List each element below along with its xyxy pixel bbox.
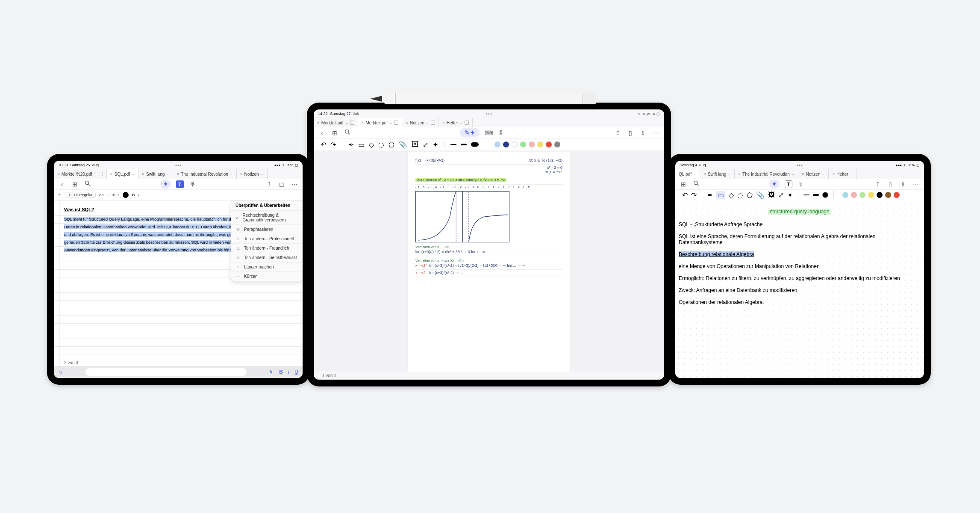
font-picker[interactable]: .SFUI-Regular (65, 192, 96, 198)
color-yellow[interactable] (537, 142, 543, 147)
menu-item-lengthen[interactable]: ≡Länger machen (231, 262, 303, 271)
stroke-fill[interactable] (471, 142, 479, 147)
redo-icon[interactable]: ↷ (330, 141, 336, 149)
undo-icon[interactable]: ↶ (58, 193, 62, 197)
color-white[interactable] (512, 142, 518, 147)
tab-swift[interactable]: ×Swift lang⌄ (138, 169, 173, 179)
italic-button[interactable]: I (138, 193, 140, 197)
close-icon[interactable]: × (362, 121, 364, 125)
close-icon[interactable]: × (57, 172, 60, 177)
color-yellow[interactable] (868, 192, 874, 198)
image-icon[interactable]: 🖼 (412, 141, 418, 148)
bold-button[interactable]: B (279, 369, 283, 375)
document[interactable]: structured query language SQL - „Struktu… (675, 200, 924, 378)
link-icon[interactable]: ⤢ (423, 141, 428, 149)
color-black[interactable] (877, 192, 883, 198)
ruler-icon[interactable]: ✦ (433, 141, 438, 149)
lasso-icon[interactable]: ◌ (378, 141, 384, 149)
color-brown[interactable] (885, 192, 891, 198)
tab-notizen[interactable]: ×Notizen⌄ (237, 169, 268, 179)
undo-icon[interactable]: ↶ (682, 191, 688, 199)
tab-swift[interactable]: ×Swift lang⌄ (700, 169, 735, 179)
color-green[interactable] (520, 142, 526, 147)
keyboard-icon[interactable]: ⌨ (485, 130, 492, 136)
color-pink[interactable] (529, 142, 535, 147)
mic-icon[interactable]: 🎙 (269, 369, 274, 375)
close-icon[interactable]: × (406, 121, 408, 125)
font-size-stepper[interactable]: −16+ (107, 193, 120, 197)
undo-icon[interactable]: ↶ (321, 141, 326, 149)
export-icon[interactable]: ⤴ (614, 130, 621, 136)
share-icon[interactable]: ⇪ (899, 181, 907, 188)
menu-item-shorten[interactable]: —Kürzen (231, 271, 303, 281)
close-icon[interactable]: × (703, 172, 706, 177)
pen-tool-icon[interactable]: ✒ (348, 141, 354, 149)
stroke-thick[interactable] (813, 194, 819, 196)
grid-icon[interactable]: ⊞ (71, 181, 79, 188)
text-style-button[interactable]: Aa (99, 193, 104, 197)
document[interactable]: f(x) = (x+3)/(x²-2) D: x ∈ ℝ \ {√2, -√2}… (314, 150, 664, 371)
tab-merkteil20[interactable]: ×Merkteil%20.pdf⌄ (54, 169, 107, 179)
close-icon[interactable]: × (832, 172, 835, 177)
share-icon[interactable]: ⤴ (265, 181, 273, 188)
color-red[interactable] (546, 142, 552, 147)
color-cyan[interactable] (842, 192, 848, 198)
tab-sql[interactable]: ×SQL.pdf⌄ (107, 169, 139, 179)
redo-icon[interactable]: ↷ (691, 191, 697, 199)
more-icon[interactable]: ⋯ (912, 181, 920, 188)
color-lightblue[interactable] (494, 142, 500, 147)
back-icon[interactable]: ‹ (58, 181, 66, 188)
export-icon[interactable]: ⤴ (874, 181, 881, 188)
mic-icon[interactable]: 🎙 (189, 181, 197, 188)
mic-icon[interactable]: 🎙 (798, 181, 805, 188)
menu-item-tone-confident[interactable]: ☺Ton ändern - Selbstbewusst (231, 253, 303, 262)
eraser-icon[interactable]: ◇ (729, 191, 734, 199)
eraser-icon[interactable]: ◇ (369, 141, 374, 149)
color-red[interactable] (894, 192, 900, 198)
search-icon[interactable] (344, 129, 351, 137)
bookmark-icon[interactable]: ◻ (278, 181, 285, 188)
tab-merkteil[interactable]: ×Merkteil.pdf⌄ (314, 118, 358, 127)
lasso-icon[interactable]: ◌ (737, 191, 743, 199)
stroke-thin[interactable] (450, 144, 456, 145)
shape-icon[interactable]: ⬠ (388, 141, 394, 149)
share-icon[interactable]: ⇪ (639, 130, 647, 136)
ai-draw-icon[interactable]: ✎✦ (460, 128, 480, 137)
color-green[interactable] (859, 192, 865, 198)
color-grey[interactable] (554, 142, 560, 147)
stroke-thick[interactable] (461, 144, 467, 145)
link-icon[interactable]: ⤢ (778, 191, 784, 199)
color-swatch[interactable] (123, 192, 129, 198)
tab-hefter[interactable]: ×Hefter⌄ (829, 169, 856, 179)
more-icon[interactable]: ⋯ (291, 181, 298, 188)
close-icon[interactable]: × (177, 172, 179, 177)
tab-ql[interactable]: QL.pdf⌄ (675, 169, 700, 179)
tab-industrial[interactable]: ×The Industrial Revolution⌄ (173, 169, 236, 179)
mic-icon[interactable]: 🎙 (497, 130, 505, 136)
pen-tool-icon[interactable]: ✒ (707, 191, 713, 199)
stroke-round[interactable] (822, 192, 828, 198)
shape-icon[interactable]: ⬠ (747, 191, 753, 199)
tab-industrial[interactable]: ×The Industrial Revolution⌄ (735, 169, 798, 179)
tab-merkteil-active[interactable]: ×Merkteil.pdf⌄ (358, 118, 403, 127)
search-icon[interactable] (692, 180, 700, 188)
text-mode-button[interactable]: T (785, 180, 792, 188)
grid-icon[interactable]: ⊞ (331, 130, 338, 136)
bookmark-icon[interactable]: ▯ (627, 130, 634, 136)
menu-item-paraphrase[interactable]: ⟳Paraphrasieren (231, 224, 303, 234)
highlighter-icon[interactable]: ▭ (358, 141, 365, 149)
grid-icon[interactable]: ⊞ (680, 181, 687, 188)
close-icon[interactable]: × (110, 172, 113, 177)
back-icon[interactable]: ‹ (318, 130, 326, 136)
close-icon[interactable]: × (802, 172, 804, 177)
bold-button[interactable]: B (132, 193, 135, 197)
tab-hefter[interactable]: ×Hefter⌄ (439, 118, 473, 127)
close-icon[interactable]: × (142, 172, 144, 177)
emoji-icon[interactable]: ☺ (58, 369, 63, 375)
underline-button[interactable]: U (294, 369, 298, 375)
close-icon[interactable]: × (442, 121, 445, 125)
ai-icon[interactable]: ✦ (160, 180, 171, 189)
bookmark-icon[interactable]: ▯ (886, 181, 894, 188)
highlighter-icon[interactable]: ▭ (716, 191, 725, 199)
search-icon[interactable] (84, 180, 91, 188)
